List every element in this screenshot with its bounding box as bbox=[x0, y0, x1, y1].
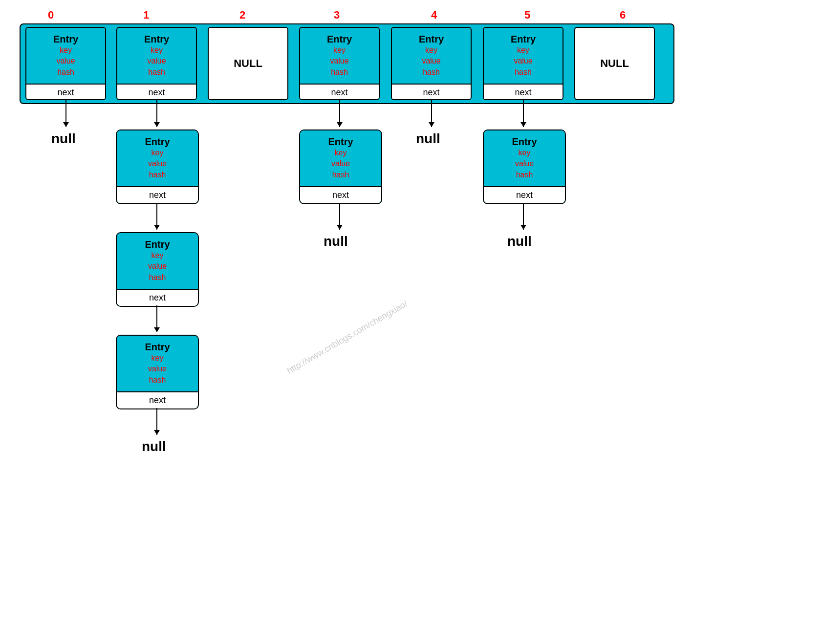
entry-next-1: next bbox=[117, 84, 196, 100]
entry-box-1-3: Entry key value hash next bbox=[116, 232, 199, 307]
array-cell-5: Entry key value hash next bbox=[483, 27, 563, 100]
null-3: null bbox=[324, 234, 348, 249]
entry-key-0: key bbox=[30, 45, 101, 56]
arrow-1-4-null bbox=[156, 408, 157, 435]
arrow-5-2-null bbox=[523, 203, 524, 230]
entry-box-3-2: Entry key value hash next bbox=[299, 129, 382, 204]
index-2: 2 bbox=[239, 9, 245, 21]
arrow-1-down bbox=[156, 100, 157, 127]
entry-next-4: next bbox=[392, 84, 471, 100]
entry-value-4: value bbox=[396, 56, 467, 66]
entry-key-3: key bbox=[304, 45, 375, 56]
array-cell-4: Entry key value hash next bbox=[391, 27, 472, 100]
entry-next-5-2: next bbox=[484, 186, 565, 203]
entry-next-3-2: next bbox=[300, 186, 381, 203]
entry-box-1-2: Entry key value hash next bbox=[116, 129, 199, 204]
arrow-1-3-down bbox=[156, 305, 157, 332]
index-5: 5 bbox=[524, 9, 530, 21]
array-cell-1: Entry key value hash next bbox=[116, 27, 197, 100]
entry-hash-4: hash bbox=[396, 67, 467, 78]
null-4: null bbox=[416, 131, 440, 147]
entry-hash-3: hash bbox=[304, 67, 375, 78]
array-cell-3: Entry key value hash next bbox=[299, 27, 380, 100]
null-0: null bbox=[51, 131, 76, 147]
entry-value-0: value bbox=[30, 56, 101, 66]
null-cell-2-label: NULL bbox=[234, 57, 262, 70]
arrow-3-2-null bbox=[339, 203, 340, 230]
array-cell-0: Entry key value hash next bbox=[25, 27, 106, 100]
entry-hash-0: hash bbox=[30, 67, 101, 78]
entry-box-1-4: Entry key value hash next bbox=[116, 335, 199, 409]
entry-key-4: key bbox=[396, 45, 467, 56]
entry-box-5-2: Entry key value hash next bbox=[483, 129, 566, 204]
entry-title-3: Entry bbox=[304, 34, 375, 45]
entry-title-4: Entry bbox=[396, 34, 467, 45]
entry-value-1: value bbox=[121, 56, 192, 66]
index-1: 1 bbox=[143, 9, 149, 21]
entry-next-5: next bbox=[484, 84, 563, 100]
index-6: 6 bbox=[620, 9, 626, 21]
entry-hash-1: hash bbox=[121, 67, 192, 78]
entry-title-0: Entry bbox=[30, 34, 101, 45]
entry-title-1: Entry bbox=[121, 34, 192, 45]
arrow-1-2-down bbox=[156, 203, 157, 230]
index-3: 3 bbox=[334, 9, 340, 21]
entry-value-3: value bbox=[304, 56, 375, 66]
entry-next-1-2: next bbox=[117, 186, 198, 203]
arrow-5-down bbox=[523, 100, 524, 127]
entry-title-1-2: Entry bbox=[121, 136, 194, 148]
entry-hash-5: hash bbox=[488, 67, 559, 78]
null-1: null bbox=[142, 439, 166, 454]
entry-key-5: key bbox=[488, 45, 559, 56]
arrow-3-down bbox=[339, 100, 340, 127]
array-cell-2-null: NULL bbox=[208, 27, 288, 100]
entry-next-3: next bbox=[300, 84, 379, 100]
arrow-4-null bbox=[431, 100, 432, 127]
entry-next-0: next bbox=[26, 84, 105, 100]
entry-next-1-4: next bbox=[117, 391, 198, 408]
entry-title-5: Entry bbox=[488, 34, 559, 45]
entry-key-1: key bbox=[121, 45, 192, 56]
watermark: http://www.cnblogs.com/chengxiao/ bbox=[285, 299, 410, 376]
array-cell-6-null: NULL bbox=[574, 27, 655, 100]
index-4: 4 bbox=[431, 9, 437, 21]
null-cell-6-label: NULL bbox=[600, 57, 629, 70]
arrow-0-null bbox=[65, 100, 66, 127]
index-0: 0 bbox=[48, 9, 54, 21]
entry-next-1-3: next bbox=[117, 289, 198, 306]
entry-value-5: value bbox=[488, 56, 559, 66]
null-5: null bbox=[507, 234, 532, 249]
